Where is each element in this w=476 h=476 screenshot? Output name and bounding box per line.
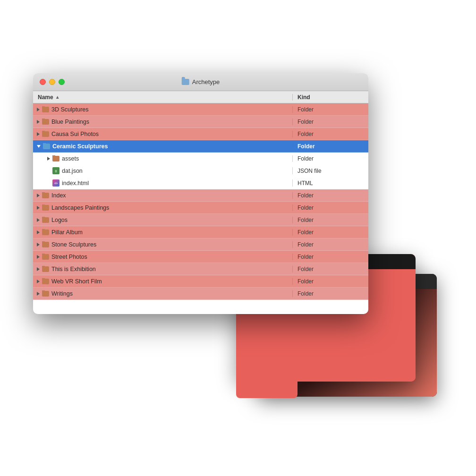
- col-header-kind: Kind: [293, 94, 368, 101]
- window-stub: [236, 372, 298, 398]
- file-row-index[interactable]: IndexFolder: [33, 189, 368, 202]
- file-row-dat-json[interactable]: {}dat.jsonJSON file: [33, 165, 368, 177]
- file-kind-label: JSON file: [293, 168, 368, 174]
- arrow-icon: [37, 218, 40, 222]
- file-row-ceramic-sculptures[interactable]: Ceramic SculpturesFolder: [33, 140, 368, 153]
- file-name-label: Stone Sculptures: [51, 241, 96, 248]
- file-kind-label: HTML: [293, 180, 368, 187]
- arrow-icon: [37, 280, 40, 283]
- file-name-label: Index: [51, 192, 66, 199]
- finder-body: Name ▲ Kind 3D SculpturesFolderBlue Pain…: [33, 91, 368, 314]
- folder-icon: [42, 205, 49, 211]
- arrow-icon: [37, 230, 40, 234]
- file-kind-label: Folder: [293, 143, 368, 150]
- file-name-label: 3D Sculptures: [51, 106, 89, 113]
- file-kind-label: Folder: [293, 266, 368, 272]
- traffic-lights: [40, 79, 65, 85]
- file-list: 3D SculpturesFolderBlue PaintingsFolderC…: [33, 103, 368, 314]
- folder-icon: [42, 217, 49, 223]
- file-row-index-html[interactable]: </>index.htmlHTML: [33, 177, 368, 189]
- maximize-button[interactable]: [59, 79, 65, 85]
- file-kind-label: Folder: [293, 204, 368, 211]
- folder-icon: [42, 242, 49, 247]
- folder-icon: [42, 193, 49, 198]
- file-kind-label: Folder: [293, 241, 368, 248]
- file-kind-label: Folder: [293, 106, 368, 113]
- column-header: Name ▲ Kind: [33, 91, 368, 103]
- file-name-label: Web VR Short Film: [51, 278, 102, 285]
- folder-icon: [42, 107, 49, 112]
- file-name-label: dat.json: [62, 168, 83, 174]
- col-header-name: Name ▲: [33, 94, 293, 101]
- file-row-3d-sculptures[interactable]: 3D SculpturesFolder: [33, 103, 368, 116]
- file-kind-label: Folder: [293, 119, 368, 125]
- arrow-icon: [37, 292, 40, 296]
- file-name-label: Blue Paintings: [51, 119, 89, 125]
- file-kind-label: Folder: [293, 217, 368, 223]
- file-kind-label: Folder: [293, 254, 368, 260]
- file-kind-label: Folder: [293, 278, 368, 285]
- html-icon: </>: [52, 179, 60, 187]
- finder-window-title: Archetype: [192, 78, 220, 85]
- file-kind-label: Folder: [293, 155, 368, 162]
- arrow-icon: [37, 255, 40, 259]
- file-name-label: Street Photos: [51, 254, 87, 260]
- folder-icon: [42, 266, 49, 272]
- arrow-icon: [37, 243, 40, 246]
- close-button[interactable]: [40, 79, 46, 85]
- arrow-icon: [37, 267, 40, 271]
- arrow-icon: [37, 206, 40, 210]
- file-name-label: Writings: [51, 290, 73, 297]
- folder-icon: [42, 131, 49, 137]
- arrow-icon: [47, 157, 50, 161]
- title-folder-icon: [182, 79, 189, 85]
- file-name-label: Ceramic Sculptures: [52, 143, 108, 150]
- folder-icon: [52, 156, 60, 162]
- file-row-web-vr[interactable]: Web VR Short FilmFolder: [33, 275, 368, 288]
- file-row-causa-sui[interactable]: Causa Sui PhotosFolder: [33, 128, 368, 140]
- sort-arrow-icon: ▲: [55, 94, 60, 100]
- json-icon: {}: [52, 167, 60, 174]
- folder-icon: [42, 254, 49, 260]
- finder-titlebar: Archetype: [33, 73, 368, 91]
- file-name-label: Landscapes Paintings: [51, 204, 109, 211]
- file-row-assets[interactable]: assetsFolder: [33, 153, 368, 165]
- file-row-pillar-album[interactable]: Pillar AlbumFolder: [33, 226, 368, 238]
- file-name-label: assets: [62, 155, 79, 162]
- minimize-button[interactable]: [49, 79, 55, 85]
- folder-icon: [42, 230, 49, 235]
- file-row-blue-paintings[interactable]: Blue PaintingsFolder: [33, 116, 368, 128]
- file-name-label: Logos: [51, 217, 68, 223]
- arrow-icon: [37, 132, 40, 136]
- finder-window: Archetype Name ▲ Kind 3D SculpturesFolde…: [33, 73, 368, 314]
- folder-icon: [42, 291, 49, 297]
- folder-blue-icon: [43, 144, 50, 149]
- file-kind-label: Folder: [293, 131, 368, 137]
- file-row-this-is-exhibition[interactable]: This is ExhibitionFolder: [33, 263, 368, 275]
- file-kind-label: Folder: [293, 192, 368, 199]
- finder-title: Archetype: [182, 78, 220, 85]
- arrow-icon: [37, 194, 40, 197]
- arrow-icon: [37, 145, 41, 148]
- folder-icon: [42, 119, 49, 125]
- file-name-label: Pillar Album: [51, 229, 83, 236]
- file-name-label: Causa Sui Photos: [51, 131, 99, 137]
- arrow-icon: [37, 120, 40, 124]
- file-kind-label: Folder: [293, 290, 368, 297]
- scene: ... ... Archetype Name: [0, 0, 476, 476]
- file-name-label: This is Exhibition: [51, 266, 96, 272]
- file-row-street-photos[interactable]: Street PhotosFolder: [33, 251, 368, 263]
- file-row-logos[interactable]: LogosFolder: [33, 214, 368, 226]
- file-row-landscapes[interactable]: Landscapes PaintingsFolder: [33, 202, 368, 214]
- arrow-icon: [37, 108, 40, 111]
- file-row-stone-sculptures[interactable]: Stone SculpturesFolder: [33, 238, 368, 251]
- file-row-writings[interactable]: WritingsFolder: [33, 288, 368, 300]
- file-kind-label: Folder: [293, 229, 368, 236]
- file-name-label: index.html: [62, 180, 89, 187]
- folder-icon: [42, 279, 49, 284]
